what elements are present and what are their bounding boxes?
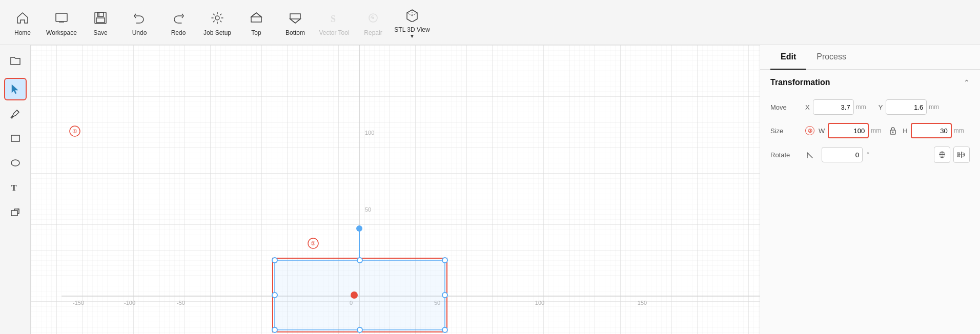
workspace-icon [52,9,71,27]
svg-point-37 [357,258,362,263]
ellipse-icon [10,157,21,169]
svg-rect-35 [275,260,445,330]
vector-tool-button[interactable]: S Vector Tool [316,2,353,43]
pen-tool-button[interactable] [4,102,27,125]
top-button[interactable]: Top [238,2,275,43]
toolbar: Home Workspace Save [0,0,980,45]
svg-point-38 [442,258,447,263]
size-h-field: H mm [903,123,966,138]
save-label: Save [93,29,107,36]
bottom-label: Bottom [285,29,305,36]
svg-text:②: ② [311,240,316,246]
svg-text:100: 100 [365,130,374,136]
svg-marker-8 [290,14,300,23]
stl-3d-view-label: STL 3D View [394,26,430,33]
repair-icon [364,9,382,27]
transformation-title: Transformation [770,78,830,87]
move-x-field: X mm [805,99,868,115]
move-row: Move X mm Y mm [770,99,970,115]
undo-label: Undo [132,29,147,36]
svg-rect-17 [11,211,17,216]
undo-button[interactable]: Undo [121,2,158,43]
job-setup-label: Job Setup [203,29,231,36]
flip-vertical-button[interactable] [934,147,950,163]
flip-horizontal-icon [957,150,966,159]
svg-text:150: 150 [638,300,647,306]
move-x-input[interactable] [813,99,854,115]
svg-rect-3 [96,18,105,23]
size-w-input[interactable] [828,123,869,138]
home-label: Home [14,29,31,36]
transform-icon [10,206,21,218]
vector-tool-label: Vector Tool [319,29,349,36]
save-icon [91,9,110,27]
move-label: Move [770,103,801,111]
rectangle-tool-button[interactable] [4,127,27,150]
flip-vertical-icon [937,150,947,159]
stl-3d-view-button[interactable]: STL 3D View ▼ [394,2,431,43]
text-icon: T [10,182,21,193]
right-panel: Edit Process Transformation ⌃ Move X mm … [760,45,980,334]
text-tool-button[interactable]: T [4,176,27,199]
svg-point-50 [892,132,894,133]
move-y-input[interactable] [886,99,927,115]
svg-text:-50: -50 [177,300,185,306]
select-tool-button[interactable] [4,78,27,100]
redo-button[interactable]: Redo [160,2,197,43]
grid: -150 -100 -50 0 50 100 150 100 50 [31,45,760,334]
svg-point-36 [272,258,277,263]
tab-edit[interactable]: Edit [770,45,806,70]
top-icon [247,9,266,27]
job-setup-icon [208,9,227,27]
svg-text:-150: -150 [73,300,84,306]
workspace-button[interactable]: Workspace [43,2,80,43]
stl-3d-view-icon [403,6,421,24]
left-sidebar: T [0,45,31,334]
svg-text:①: ① [72,128,77,134]
panel-body: Transformation ⌃ Move X mm Y mm Si [760,70,980,334]
y-label: Y [879,103,883,111]
svg-point-42 [357,327,362,332]
svg-point-40 [442,293,447,298]
lock-icon[interactable] [887,125,899,136]
main-area: T [0,45,980,334]
svg-text:100: 100 [535,300,544,306]
svg-text:S: S [331,14,336,24]
flip-horizontal-button[interactable] [953,147,970,163]
size-w-unit: mm [871,127,883,134]
save-button[interactable]: Save [82,2,119,43]
x-label: X [805,103,810,111]
repair-button[interactable]: Repair [355,2,392,43]
svg-marker-9 [290,19,300,23]
redo-icon [169,9,188,27]
size-h-input[interactable] [911,123,952,138]
undo-icon [130,9,149,27]
redo-label: Redo [171,29,186,36]
bottom-button[interactable]: Bottom [277,2,314,43]
top-label: Top [251,29,261,36]
svg-rect-0 [56,13,67,22]
transform-tool-button[interactable] [4,201,27,223]
pen-icon [10,108,21,119]
ellipse-tool-button[interactable] [4,152,27,174]
w-label: W [819,127,825,135]
workspace-label: Workspace [46,29,77,36]
canvas-area[interactable]: -150 -100 -50 0 50 100 150 100 50 [31,45,760,334]
svg-marker-6 [251,13,261,22]
folder-button[interactable] [4,49,27,72]
home-button[interactable]: Home [4,2,41,43]
svg-text:50: 50 [365,206,371,213]
svg-point-39 [272,293,277,298]
vector-tool-icon: S [325,9,343,27]
transformation-chevron[interactable]: ⌃ [964,78,970,87]
rotate-row: Rotate ° [770,147,970,163]
size-h-unit: mm [954,127,966,134]
job-setup-button[interactable]: Job Setup [199,2,236,43]
rotate-input[interactable] [822,147,863,162]
tab-process[interactable]: Process [806,45,856,70]
size-w-field: W mm [819,123,883,138]
folder-icon [9,54,22,67]
transformation-header: Transformation ⌃ [770,78,970,91]
rotate-unit: ° [867,151,873,158]
svg-point-44 [351,291,358,299]
